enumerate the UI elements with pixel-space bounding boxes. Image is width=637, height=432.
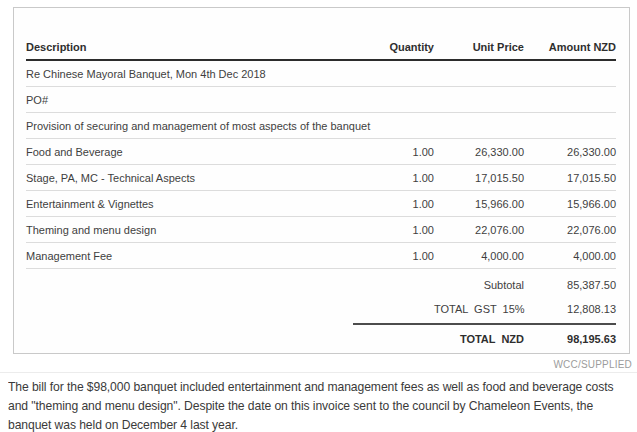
- table-row: Theming and menu design 1.00 22,076.00 2…: [26, 217, 616, 243]
- row-description: Food and Beverage: [26, 146, 344, 158]
- total-nzd-label: TOTAL NZD: [434, 333, 524, 345]
- row-amount: 22,076.00: [524, 224, 616, 236]
- row-amount: 4,000.00: [524, 250, 616, 262]
- row-unit-price: 26,330.00: [434, 146, 524, 158]
- caption-divider: [0, 372, 637, 373]
- row-description: Entertainment & Vignettes: [26, 198, 344, 210]
- gst-row: TOTAL GST 15% 12,808.13: [26, 297, 616, 321]
- total-divider-line: [353, 323, 616, 325]
- row-description: Provision of securing and management of …: [26, 120, 344, 132]
- column-header-description: Description: [26, 41, 344, 53]
- column-header-quantity: Quantity: [344, 41, 434, 53]
- row-unit-price: 4,000.00: [434, 250, 524, 262]
- column-header-unit-price: Unit Price: [434, 41, 524, 53]
- row-description: PO#: [26, 94, 344, 106]
- table-row: Food and Beverage 1.00 26,330.00 26,330.…: [26, 139, 616, 165]
- subtotal-row: Subtotal 85,387.50: [26, 273, 616, 297]
- row-description: Stage, PA, MC - Technical Aspects: [26, 172, 344, 184]
- invoice-table: Description Quantity Unit Price Amount N…: [26, 30, 616, 351]
- row-description: Theming and menu design: [26, 224, 344, 236]
- row-amount: 15,966.00: [524, 198, 616, 210]
- table-row: Provision of securing and management of …: [26, 113, 616, 139]
- row-quantity: 1.00: [344, 172, 434, 184]
- image-credit: WCC/SUPPLIED: [553, 359, 632, 370]
- image-caption: The bill for the $98,000 banquet include…: [8, 377, 573, 432]
- row-amount: 17,015.50: [524, 172, 616, 184]
- row-quantity: 1.00: [344, 146, 434, 158]
- row-quantity: 1.00: [344, 198, 434, 210]
- column-header-amount-nzd: Amount NZD: [524, 41, 616, 53]
- row-unit-price: 15,966.00: [434, 198, 524, 210]
- row-description: Re Chinese Mayoral Banquet, Mon 4th Dec …: [26, 68, 344, 80]
- invoice-document-image: Description Quantity Unit Price Amount N…: [13, 7, 630, 354]
- row-quantity: 1.00: [344, 250, 434, 262]
- table-row: Stage, PA, MC - Technical Aspects 1.00 1…: [26, 165, 616, 191]
- invoice-table-header: Description Quantity Unit Price Amount N…: [26, 30, 616, 61]
- caption-line: and "theming and menu design". Despite t…: [8, 396, 573, 415]
- subtotal-label: Subtotal: [434, 279, 524, 291]
- row-description: Management Fee: [26, 250, 344, 262]
- row-quantity: 1.00: [344, 224, 434, 236]
- row-amount: 26,330.00: [524, 146, 616, 158]
- table-row: PO#: [26, 87, 616, 113]
- caption-line: The bill for the $98,000 banquet include…: [8, 377, 573, 396]
- table-row: Re Chinese Mayoral Banquet, Mon 4th Dec …: [26, 61, 616, 87]
- gst-label: TOTAL GST 15%: [434, 303, 524, 315]
- row-unit-price: 17,015.50: [434, 172, 524, 184]
- table-row: Management Fee 1.00 4,000.00 4,000.00: [26, 243, 616, 269]
- gst-value: 12,808.13: [524, 303, 616, 315]
- table-row: Entertainment & Vignettes 1.00 15,966.00…: [26, 191, 616, 217]
- caption-line: banquet was held on December 4 last year…: [8, 415, 573, 432]
- total-nzd-value: 98,195.63: [524, 333, 616, 345]
- total-nzd-row: TOTAL NZD 98,195.63: [26, 327, 616, 351]
- row-unit-price: 22,076.00: [434, 224, 524, 236]
- article-figure-block: Description Quantity Unit Price Amount N…: [0, 0, 637, 432]
- subtotal-value: 85,387.50: [524, 279, 616, 291]
